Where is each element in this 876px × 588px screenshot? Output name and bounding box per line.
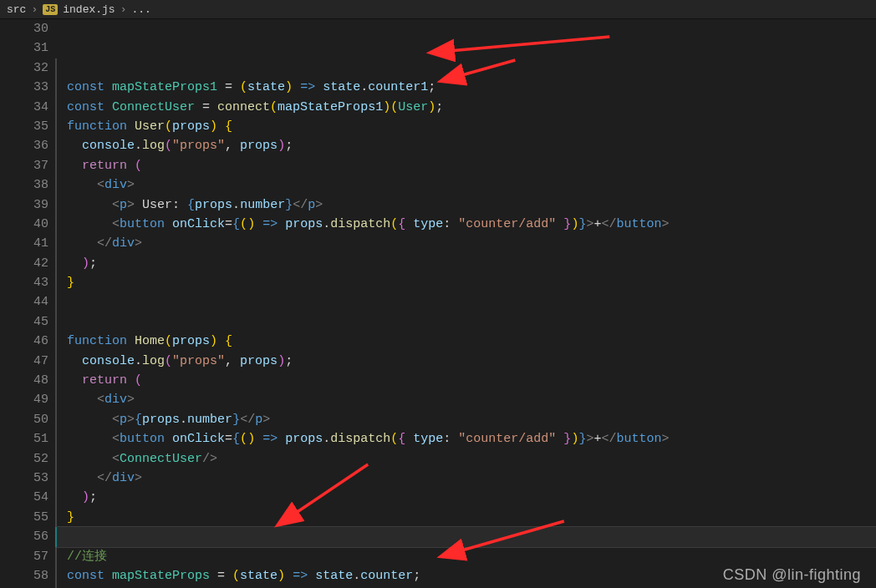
code-token: connect — [217, 100, 270, 114]
code-token: , — [225, 139, 240, 153]
code-line[interactable]: function User(props) { — [57, 117, 876, 136]
code-line[interactable]: </div> — [57, 234, 876, 253]
code-token: > — [661, 217, 669, 231]
code-token: { — [225, 119, 232, 134]
code-token: p — [308, 198, 315, 212]
fold-guide — [55, 469, 57, 488]
code-token — [315, 80, 323, 94]
fold-guide — [55, 449, 57, 469]
code-token: props — [172, 119, 210, 134]
code-line[interactable]: const mapStateProps1 = (state) => state.… — [57, 78, 876, 97]
code-token: </ — [97, 471, 112, 485]
fold-guide — [55, 429, 57, 449]
code-token: < — [112, 452, 120, 466]
fold-guide — [55, 566, 57, 585]
line-number: 39 — [3, 195, 48, 215]
fold-guide — [55, 175, 57, 195]
code-line[interactable]: console.log("props", props); — [57, 352, 876, 371]
code-token: return — [82, 373, 127, 388]
code-token: return — [82, 159, 127, 173]
code-line[interactable]: const mapStateProps = (state) => state.c… — [57, 566, 876, 585]
code-line[interactable]: <div> — [57, 175, 876, 195]
code-line[interactable]: ); — [57, 254, 876, 273]
code-line[interactable]: <button onClick={() => props.dispatch({ … — [57, 215, 876, 234]
code-token: ) — [82, 256, 89, 271]
code-token: } — [67, 510, 74, 525]
code-token: ( — [240, 217, 247, 231]
code-token: ) — [278, 354, 285, 368]
code-token: props — [285, 432, 323, 446]
code-token — [67, 490, 82, 504]
code-token — [67, 256, 82, 271]
code-token: = — [225, 432, 232, 446]
code-line[interactable]: const ConnectUser = connect(mapStateProp… — [57, 98, 876, 117]
code-token: ; — [435, 100, 443, 114]
code-line[interactable]: <p> User: {props.number}</p> — [57, 195, 876, 215]
code-token: function — [67, 334, 127, 348]
line-number: 34 — [3, 98, 48, 117]
code-line[interactable]: ); — [57, 488, 876, 507]
code-line[interactable]: console.log("props", props); — [57, 136, 876, 155]
code-token: > — [127, 393, 135, 407]
code-token: . — [232, 198, 240, 212]
code-line[interactable]: //连接 — [57, 547, 876, 566]
fold-guide — [55, 78, 57, 97]
code-line[interactable] — [57, 527, 876, 546]
code-token: props — [195, 198, 232, 212]
code-token — [67, 413, 112, 427]
code-token — [67, 373, 82, 388]
code-line[interactable]: function Home(props) { — [57, 332, 876, 351]
code-line[interactable]: <ConnectUser/> — [57, 449, 876, 469]
code-token: { — [398, 217, 405, 231]
code-token: "counter/add" — [458, 217, 556, 231]
code-line[interactable]: <div> — [57, 390, 876, 409]
code-token: > — [127, 198, 135, 212]
code-token — [67, 236, 97, 251]
line-number: 31 — [3, 38, 48, 58]
code-token — [67, 139, 82, 153]
code-token: ( — [390, 100, 398, 114]
code-line[interactable]: } — [57, 508, 876, 527]
code-line[interactable] — [57, 58, 876, 78]
line-number: 40 — [3, 215, 48, 234]
code-token: const — [67, 80, 104, 94]
breadcrumb-file[interactable]: index.js — [63, 3, 115, 16]
code-token: ( — [135, 373, 142, 388]
code-area[interactable]: const mapStateProps1 = (state) => state.… — [55, 19, 876, 588]
code-token — [67, 471, 97, 485]
code-token: > — [262, 413, 270, 427]
code-line[interactable] — [57, 293, 876, 312]
line-number: 32 — [3, 58, 48, 78]
code-line[interactable]: return ( — [57, 156, 876, 175]
editor[interactable]: 3031323334353637383940414243444546474849… — [0, 19, 876, 588]
code-token: state — [315, 569, 353, 583]
code-line[interactable]: } — [57, 273, 876, 292]
code-token: : — [443, 217, 458, 231]
code-token — [556, 432, 563, 446]
code-token — [278, 217, 285, 231]
breadcrumb-folder[interactable]: src — [7, 3, 26, 16]
code-token: ; — [89, 256, 97, 271]
code-token: log — [142, 139, 165, 153]
line-number: 38 — [3, 175, 48, 195]
code-token — [165, 432, 172, 446]
code-token: . — [135, 354, 142, 368]
chevron-right-icon: › — [31, 3, 38, 16]
code-line[interactable]: <p>{props.number}</p> — [57, 410, 876, 429]
code-token — [165, 217, 172, 231]
code-token — [67, 178, 97, 192]
code-line[interactable]: </div> — [57, 469, 876, 488]
code-token: { — [135, 413, 142, 427]
fold-guide — [55, 136, 57, 155]
code-token: log — [142, 354, 165, 368]
code-token: </ — [240, 413, 255, 427]
code-line[interactable]: <button onClick={() => props.dispatch({ … — [57, 429, 876, 449]
code-line[interactable]: return ( — [57, 371, 876, 390]
fold-guide — [55, 156, 57, 175]
code-line[interactable] — [57, 312, 876, 332]
code-token: ( — [390, 432, 398, 446]
code-token: { — [398, 432, 405, 446]
annotation-arrow — [449, 37, 609, 51]
code-token: > — [661, 432, 669, 446]
code-token: ( — [165, 334, 172, 348]
